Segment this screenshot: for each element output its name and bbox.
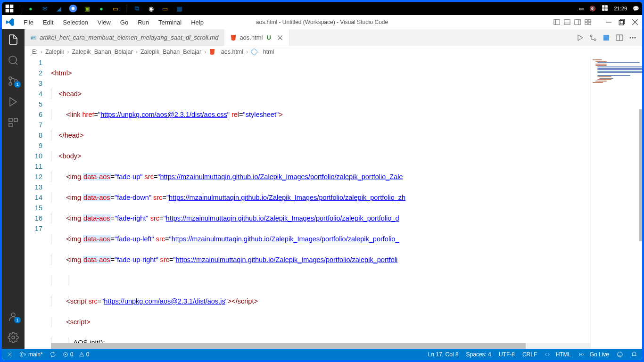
- problems[interactable]: 0 0: [63, 351, 90, 358]
- extensions-icon[interactable]: [8, 117, 19, 128]
- crumb-symbol[interactable]: html: [251, 49, 274, 55]
- svg-rect-0: [6, 5, 9, 8]
- svg-rect-47: [251, 49, 257, 55]
- wifi-icon[interactable]: [602, 5, 608, 12]
- svg-rect-3: [10, 9, 14, 13]
- menu-file[interactable]: File: [19, 17, 38, 28]
- clock[interactable]: 21:29: [614, 6, 627, 11]
- menu-go[interactable]: Go: [116, 17, 133, 28]
- compare-changes-icon[interactable]: [589, 34, 597, 41]
- explorer-icon[interactable]: ▭: [160, 4, 170, 13]
- tab-active[interactable]: aos.html U: [224, 29, 289, 46]
- run-code-icon[interactable]: [576, 34, 584, 41]
- code-editor[interactable]: 1234567891011121314151617 <html> <head> …: [25, 58, 642, 349]
- layout-sidebar-left-icon[interactable]: [553, 19, 560, 25]
- menu-help[interactable]: Help: [186, 17, 208, 28]
- svg-rect-22: [620, 19, 625, 24]
- svg-rect-31: [9, 118, 12, 122]
- affinity-icon[interactable]: ◢: [54, 4, 64, 13]
- code-content[interactable]: <html> <head> <link href="https://unpkg.…: [51, 58, 642, 349]
- close-icon[interactable]: [632, 19, 638, 25]
- language-mode[interactable]: HTML: [545, 351, 571, 358]
- battery-icon[interactable]: ▭: [579, 6, 584, 12]
- menu-terminal[interactable]: Terminal: [154, 17, 186, 28]
- layout-customize-icon[interactable]: [585, 19, 591, 25]
- svg-rect-7: [605, 5, 608, 8]
- more-actions-icon[interactable]: [629, 34, 636, 41]
- svg-rect-2: [6, 9, 9, 13]
- menu-view[interactable]: View: [93, 17, 116, 28]
- minimap[interactable]: [590, 58, 642, 349]
- menu-edit[interactable]: Edit: [38, 17, 58, 28]
- source-control-icon[interactable]: 1: [8, 75, 19, 87]
- crumb-folder[interactable]: Zalepik_Bahan_Belajar: [72, 49, 132, 55]
- git-branch[interactable]: main*: [20, 351, 43, 358]
- svg-point-39: [590, 35, 592, 37]
- window-title: aos.html - Untitled (Workspace) - Visual…: [256, 19, 388, 25]
- svg-rect-16: [585, 20, 587, 22]
- menu-run[interactable]: Run: [133, 17, 154, 28]
- svg-point-44: [630, 37, 631, 38]
- windows-start-icon[interactable]: [5, 4, 14, 13]
- tab-inactive[interactable]: artikel_heri_cara_membuat_elemen_melayan…: [25, 29, 224, 46]
- crumb-file[interactable]: aos.html: [209, 49, 243, 55]
- split-editor-icon[interactable]: [616, 34, 623, 41]
- svg-point-49: [21, 355, 23, 357]
- crumb-folder[interactable]: Zalepik: [45, 49, 64, 55]
- whatsapp2-icon[interactable]: ●: [97, 4, 106, 13]
- settings-gear-icon[interactable]: [8, 332, 19, 343]
- crumb-drive[interactable]: E:: [32, 49, 38, 55]
- svg-rect-1: [10, 5, 14, 8]
- explorer2-icon[interactable]: ▭: [111, 4, 120, 13]
- encoding-status[interactable]: UTF-8: [499, 351, 515, 358]
- svg-rect-32: [14, 118, 17, 122]
- notifications-icon[interactable]: [631, 351, 637, 358]
- eol-status[interactable]: CRLF: [522, 351, 537, 358]
- sync-button[interactable]: [50, 351, 56, 358]
- chrome-icon[interactable]: [68, 4, 78, 13]
- svg-marker-38: [578, 35, 583, 41]
- layout-panel-icon[interactable]: [564, 19, 570, 25]
- svg-line-26: [16, 63, 17, 65]
- mail-icon[interactable]: ✉: [40, 4, 50, 13]
- minimize-icon[interactable]: [605, 19, 612, 25]
- tab-label: artikel_heri_cara_membuat_elemen_melayan…: [40, 34, 218, 41]
- git-status: U: [267, 34, 271, 41]
- account-icon[interactable]: 1: [8, 311, 19, 322]
- line-numbers: 1234567891011121314151617: [25, 58, 51, 349]
- maximize-icon[interactable]: [619, 19, 625, 25]
- indent-status[interactable]: Spaces: 4: [466, 351, 491, 358]
- horizontal-scrollbar[interactable]: [51, 343, 590, 349]
- cursor-position[interactable]: Ln 17, Col 8: [428, 351, 459, 358]
- close-tab-icon[interactable]: [277, 34, 283, 41]
- whatsapp-icon[interactable]: ●: [26, 4, 35, 13]
- vscode-task-icon[interactable]: ⧉: [132, 4, 141, 13]
- svg-point-46: [635, 37, 636, 38]
- svg-point-27: [9, 77, 12, 80]
- menu-selection[interactable]: Selection: [58, 17, 92, 28]
- notification-icon[interactable]: 💬: [633, 6, 639, 12]
- calendar-icon[interactable]: ▤: [174, 4, 184, 13]
- crumb-folder[interactable]: Zalepik_Bahan_Belajar: [140, 49, 201, 55]
- open-preview-icon[interactable]: [603, 34, 610, 41]
- svg-rect-8: [603, 8, 605, 11]
- svg-rect-12: [564, 20, 570, 25]
- explorer-icon[interactable]: [8, 34, 19, 45]
- svg-point-28: [9, 82, 12, 85]
- run-debug-icon[interactable]: [8, 96, 19, 107]
- svg-point-45: [632, 37, 634, 38]
- svg-marker-30: [10, 98, 17, 106]
- breadcrumb[interactable]: E:› Zalepik› Zalepik_Bahan_Belajar› Zale…: [25, 46, 642, 58]
- remote-button[interactable]: [7, 351, 13, 358]
- github-icon[interactable]: ◉: [146, 4, 156, 13]
- html-file-icon: [230, 34, 237, 41]
- svg-rect-41: [603, 35, 609, 41]
- svg-rect-10: [554, 20, 560, 25]
- search-icon[interactable]: [8, 55, 19, 66]
- volume-mute-icon[interactable]: 🔇: [589, 6, 596, 12]
- epub-icon[interactable]: ▣: [83, 4, 92, 13]
- go-live-button[interactable]: Go Live: [578, 351, 609, 358]
- layout-sidebar-right-icon[interactable]: [574, 19, 581, 25]
- feedback-icon[interactable]: [617, 351, 623, 358]
- activity-bar: 1 1: [2, 29, 25, 349]
